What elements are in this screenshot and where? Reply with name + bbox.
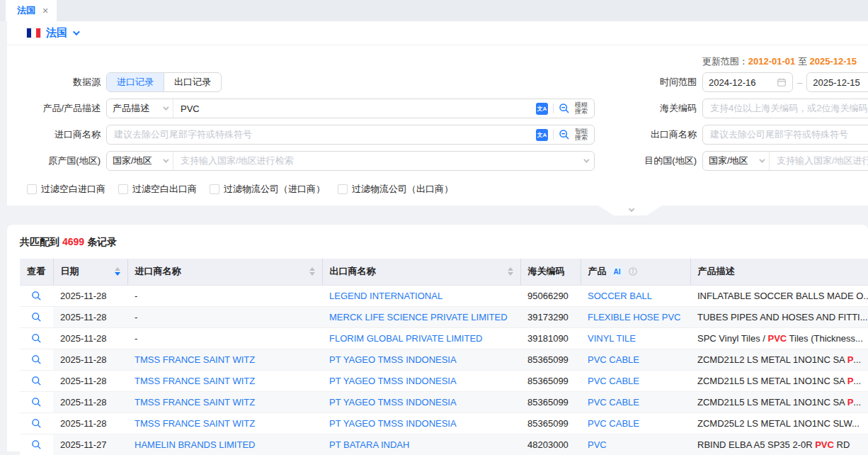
row-description: INFLATABLE SOCCER BALLS MADE O... [690,285,868,306]
row-exporter[interactable]: MERCK LIFE SCIENCE PRIVATE LIMITED [329,312,508,322]
row-exporter[interactable]: PT YAGEO TMSS INDONESIA [329,397,457,408]
collapse-panel-button[interactable] [598,206,662,215]
filter-right-column: 更新范围：2012-01-01 至 2025-12-15 时间范围 2024-1… [609,55,868,177]
col-view: 查看 [20,259,53,285]
view-record-button[interactable] [31,312,42,322]
row-exporter[interactable]: FLORIM GLOBAL PRIVATE LIMITED [329,333,482,344]
hs-code-input[interactable]: 支持4位以上海关编码，或2位海关编码加 [703,102,868,115]
checkbox-filter-logistics-exporter[interactable]: 过滤物流公司（出口商） [338,183,453,196]
translate-icon[interactable]: 文A [536,103,548,115]
sort-date[interactable] [115,267,120,276]
row-product[interactable]: PVC [588,439,607,450]
view-record-button[interactable] [31,418,42,429]
fuzzy-search-label[interactable]: 模糊 搜索 [575,102,588,115]
checkbox-filter-logistics-importer[interactable]: 过滤物流公司（进口商） [210,183,325,196]
smart-search-label[interactable]: 智能 搜索 [575,128,588,141]
checkbox-filter-blank-importer[interactable]: 过滤空白进口商 [27,183,105,196]
row-exporter[interactable]: LEGEND INTERNATIONAL [329,291,442,301]
tab-france[interactable]: 法国 × [6,0,57,21]
row-hs: 85365099 [520,412,581,434]
view-record-button[interactable] [31,439,42,450]
product-type-select[interactable]: 产品描述 [107,99,173,118]
view-record-button[interactable] [31,354,42,365]
row-exporter[interactable]: PT BATARA INDAH [329,439,409,450]
destination-country-label: 目的国(地区) [609,155,702,167]
exporter-input[interactable]: 建议去除公司尾部字符或特殊符号 [703,128,868,141]
chevron-down-icon[interactable] [73,28,80,35]
row-product[interactable]: PVC CABLE [588,397,639,408]
row-exporter[interactable]: PT YAGEO TMSS INDONESIA [329,376,457,386]
row-hs: 85365099 [520,370,581,391]
row-date: 2025-11-28 [53,285,127,306]
col-importer[interactable]: 进口商名称 [127,259,322,285]
import-records-option[interactable]: 进口记录 [107,73,164,91]
export-records-option[interactable]: 出口记录 [164,73,221,91]
date-start-input[interactable]: 2024-12-16 [702,72,793,92]
row-importer[interactable]: TMSS FRANCE SAINT WITZ [135,418,255,429]
info-icon[interactable] [628,266,638,276]
view-cell [20,434,53,455]
france-flag-icon [27,28,40,38]
view-record-button[interactable] [31,376,42,386]
view-cell [20,370,53,391]
row-description: RBIND ELBA A5 SP35 2-0R PVC RD [690,434,868,455]
row-product[interactable]: PVC CABLE [588,418,639,429]
row-importer[interactable]: - [135,333,137,344]
product-search-input[interactable]: PVC [173,103,536,114]
translate-icon[interactable]: 文A [536,129,548,141]
desc-pre: RBIND ELBA A5 SP35 2-0R [697,439,815,450]
row-exporter[interactable]: PT YAGEO TMSS INDONESIA [329,354,457,365]
row-exporter[interactable]: PT YAGEO TMSS INDONESIA [329,418,457,429]
table-header-row: 查看 日期 进口商名称 出口商名称 海关编码 [20,259,868,285]
tab-bar: 法国 × [0,0,868,21]
row-importer[interactable]: - [135,312,137,322]
chevron-down-icon [629,206,634,212]
row-description: ZCMD25L2 LS METAL 1NO1NC SLW... [690,412,868,434]
view-cell [20,349,53,370]
row-product[interactable]: PVC CABLE [588,376,639,386]
table-body: 2025-11-28 - LEGEND INTERNATIONAL 950662… [20,285,868,455]
destination-country-select[interactable]: 国家/地区 [703,152,770,170]
date-end-input[interactable]: 2025-12-15 [806,72,868,92]
checkbox-icon [338,184,348,194]
col-hs-code: 海关编码 [520,259,581,285]
time-range-label: 时间范围 [609,76,702,89]
row-importer[interactable]: TMSS FRANCE SAINT WITZ [135,397,255,408]
row-hs: 48203000 [520,434,581,455]
origin-country-input[interactable]: 支持输入国家/地区进行检索 [173,155,583,167]
table-row: 2025-11-27 HAMELIN BRANDS LIMITED PT BAT… [20,434,868,455]
row-importer[interactable]: - [135,291,137,301]
checkbox-filter-blank-exporter[interactable]: 过滤空白出口商 [118,183,197,196]
row-importer[interactable]: TMSS FRANCE SAINT WITZ [135,354,255,365]
tab-close-icon[interactable]: × [42,6,48,16]
row-product[interactable]: FLEXIBLE HOSE PVC [588,312,681,322]
smart-search-icon[interactable] [559,129,570,140]
fuzzy-search-icon[interactable] [559,103,570,114]
sort-importer[interactable] [309,267,315,276]
row-date: 2025-11-28 [53,306,127,327]
row-product[interactable]: VINYL TILE [588,333,636,344]
col-date[interactable]: 日期 [53,259,127,285]
view-record-button[interactable] [31,333,42,344]
view-record-button[interactable] [31,397,42,408]
importer-input[interactable]: 建议去除公司尾部字符或特殊符号 [107,128,536,141]
table-row: 2025-11-28 - FLORIM GLOBAL PRIVATE LIMIT… [20,327,868,349]
row-product[interactable]: SOCCER BALL [588,291,652,301]
row-product[interactable]: PVC CABLE [588,354,639,365]
origin-country-group: 国家/地区 支持输入国家/地区进行检索 [106,151,595,171]
view-record-button[interactable] [31,291,42,301]
desc-post: Tiles (Thickness... [787,333,863,344]
sort-exporter[interactable] [508,267,513,276]
row-importer[interactable]: HAMELIN BRANDS LIMITED [135,439,255,450]
destination-country-input[interactable]: 支持输入国家/地区进行检索 [770,155,868,167]
col-exporter[interactable]: 出口商名称 [322,259,520,285]
origin-country-select[interactable]: 国家/地区 [107,152,173,170]
product-label: 产品/产品描述 [7,102,106,115]
row-hs: 85365099 [520,391,581,412]
row-importer[interactable]: TMSS FRANCE SAINT WITZ [135,376,255,386]
ai-badge: AI [611,267,624,276]
country-name[interactable]: 法国 [46,26,67,40]
main-content: 法国 数据源 进口记录 出口记录 产品/产品描述 产品描述 [7,21,868,451]
hs-code-group: 支持4位以上海关编码，或2位海关编码加 [702,99,868,118]
view-cell [20,327,53,349]
